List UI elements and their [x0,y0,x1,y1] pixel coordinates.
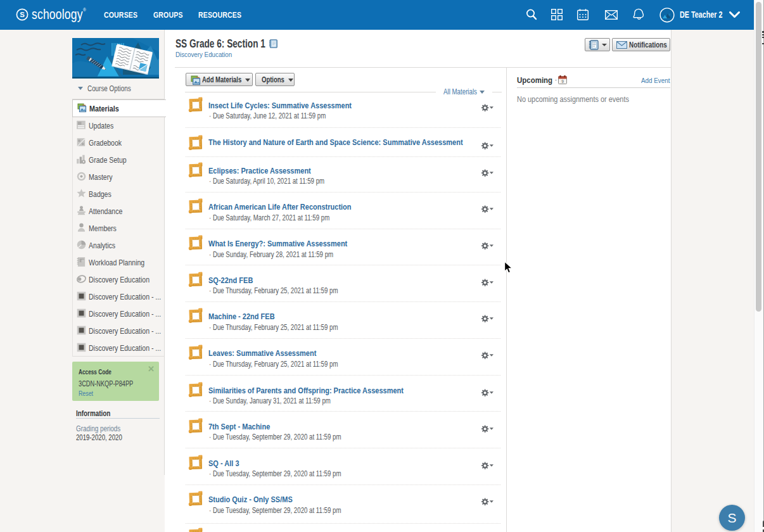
svg-text:9: 9 [561,79,564,84]
svg-text:S: S [20,11,25,18]
